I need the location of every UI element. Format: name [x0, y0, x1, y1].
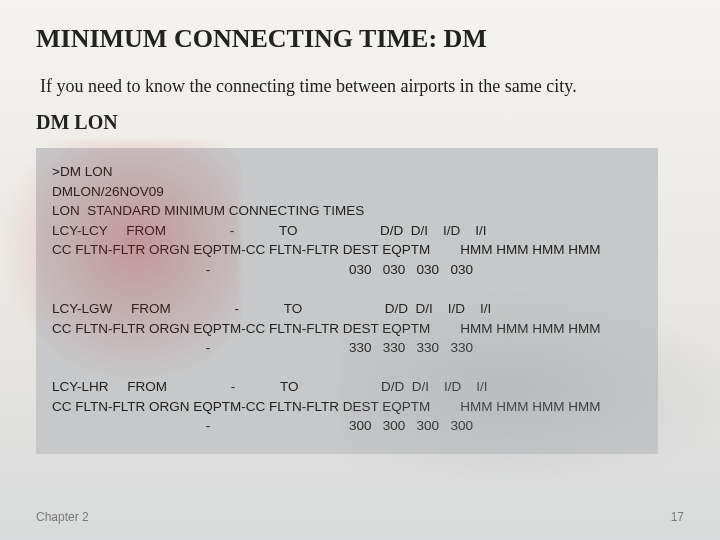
- footer-chapter: Chapter 2: [36, 510, 89, 524]
- footer-page-number: 17: [671, 510, 684, 524]
- slide: MINIMUM CONNECTING TIME: DM If you need …: [0, 0, 720, 540]
- slide-footer: Chapter 2 17: [36, 510, 684, 524]
- page-title: MINIMUM CONNECTING TIME: DM: [36, 24, 684, 54]
- terminal-output: >DM LON DMLON/26NOV09 LON STANDARD MINIM…: [36, 148, 658, 454]
- lead-text: If you need to know the connecting time …: [40, 76, 684, 97]
- command-label: DM LON: [36, 111, 684, 134]
